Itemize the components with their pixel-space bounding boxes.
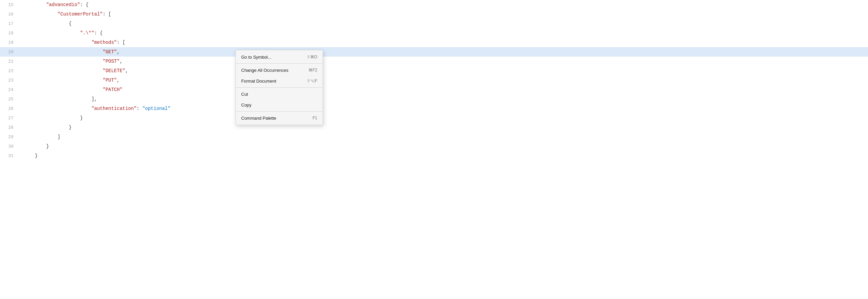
menu-item-label: Format Document: [241, 79, 276, 84]
line-number: 23: [0, 78, 20, 83]
menu-item-command-palette[interactable]: Command PaletteF1: [236, 113, 323, 124]
line-number: 22: [0, 69, 20, 74]
code-line: 24 "PATCH": [0, 85, 868, 94]
token-plain: [24, 106, 92, 111]
line-content: }: [20, 123, 868, 132]
context-menu: Go to Symbol...⇧⌘OChange All Occurrences…: [236, 50, 323, 125]
code-line: 19 "methods": [: [0, 38, 868, 47]
token-plain: : {: [80, 2, 89, 7]
token-key: "methods": [92, 40, 117, 45]
token-plain: [24, 11, 58, 17]
code-line: 26 "authentication": "optional": [0, 104, 868, 113]
line-number: 25: [0, 97, 20, 102]
menu-separator: [236, 111, 323, 112]
line-number: 31: [0, 153, 20, 158]
line-number: 30: [0, 144, 20, 149]
token-value: "optional": [142, 106, 170, 111]
menu-item-cut[interactable]: Cut: [236, 89, 323, 100]
token-plain: {: [24, 21, 72, 26]
menu-item-format-document[interactable]: Format Document⇧⌥F: [236, 76, 323, 86]
token-plain: }: [24, 153, 38, 158]
token-plain: }: [24, 115, 83, 121]
token-plain: ,: [125, 68, 128, 74]
token-plain: ,: [117, 78, 119, 83]
code-area: 15 "advancedio": {16 "CustomerPortal": […: [0, 0, 868, 160]
menu-item-shortcut: F1: [313, 116, 317, 120]
code-line: 23 "PUT",: [0, 76, 868, 85]
code-line: 21 "POST",: [0, 57, 868, 66]
token-key: "DELETE": [103, 68, 125, 74]
line-number: 18: [0, 31, 20, 36]
menu-item-go-to-symbol[interactable]: Go to Symbol...⇧⌘O: [236, 52, 323, 62]
token-key: "GET": [103, 49, 117, 55]
menu-item-label: Copy: [241, 103, 251, 108]
code-line: 20 "GET",: [0, 47, 868, 57]
line-content: }: [20, 142, 868, 151]
line-content: "methods": [: [20, 38, 868, 47]
line-number: 28: [0, 125, 20, 130]
line-content: "GET",: [20, 47, 868, 57]
line-number: 15: [0, 2, 20, 7]
code-line: 25 ],: [0, 94, 868, 104]
menu-item-label: Change All Occurrences: [241, 68, 288, 73]
line-content: "advancedio": {: [20, 0, 868, 9]
line-content: }: [20, 151, 868, 160]
token-key: ".\*": [80, 30, 94, 36]
token-plain: }: [24, 144, 49, 149]
token-key: "authentication": [92, 106, 136, 111]
token-plain: [24, 87, 103, 92]
menu-item-shortcut: ⌘F2: [309, 68, 317, 73]
token-plain: [24, 40, 92, 45]
token-key: "advancedio": [46, 2, 80, 7]
line-content: ".\*": {: [20, 28, 868, 38]
code-line: 17 {: [0, 19, 868, 28]
code-line: 15 "advancedio": {: [0, 0, 868, 9]
menu-item-label: Cut: [241, 92, 248, 97]
menu-separator: [236, 87, 323, 88]
token-plain: [24, 2, 46, 7]
token-plain: : {: [94, 30, 103, 36]
line-number: 29: [0, 135, 20, 140]
line-number: 27: [0, 116, 20, 121]
line-content: "PATCH": [20, 85, 868, 94]
line-content: "authentication": "optional": [20, 104, 868, 113]
line-content: {: [20, 19, 868, 28]
token-plain: ,: [120, 59, 122, 64]
code-line: 28 }: [0, 123, 868, 132]
line-number: 20: [0, 50, 20, 55]
menu-item-shortcut: ⇧⌥F: [307, 79, 317, 83]
token-plain: : [: [103, 11, 111, 17]
menu-item-shortcut: ⇧⌘O: [307, 55, 317, 59]
token-plain: }: [24, 125, 72, 130]
line-number: 21: [0, 59, 20, 64]
line-content: "CustomerPortal": [: [20, 9, 868, 19]
line-content: "POST",: [20, 57, 868, 66]
line-content: }: [20, 113, 868, 123]
line-content: ],: [20, 94, 868, 104]
token-plain: :: [136, 106, 142, 111]
line-content: "PUT",: [20, 76, 868, 85]
menu-item-change-all-occurrences[interactable]: Change All Occurrences⌘F2: [236, 65, 323, 76]
line-content: ]: [20, 132, 868, 142]
menu-item-label: Go to Symbol...: [241, 55, 272, 60]
code-line: 29 ]: [0, 132, 868, 142]
token-key: "PATCH": [103, 87, 122, 92]
editor: 15 "advancedio": {16 "CustomerPortal": […: [0, 0, 868, 299]
menu-separator: [236, 63, 323, 64]
token-plain: ,: [117, 49, 119, 55]
code-line: 18 ".\*": {: [0, 28, 868, 38]
token-key: "POST": [103, 59, 119, 64]
menu-item-copy[interactable]: Copy: [236, 100, 323, 110]
line-number: 19: [0, 40, 20, 45]
token-plain: : [: [117, 40, 125, 45]
line-number: 17: [0, 21, 20, 26]
line-number: 16: [0, 12, 20, 17]
token-plain: [24, 49, 103, 55]
token-plain: [24, 59, 103, 64]
line-number: 24: [0, 87, 20, 92]
token-plain: ]: [24, 134, 60, 140]
code-line: 16 "CustomerPortal": [: [0, 9, 868, 19]
token-plain: [24, 78, 103, 83]
code-line: 27 }: [0, 113, 868, 123]
line-content: "DELETE",: [20, 66, 868, 76]
